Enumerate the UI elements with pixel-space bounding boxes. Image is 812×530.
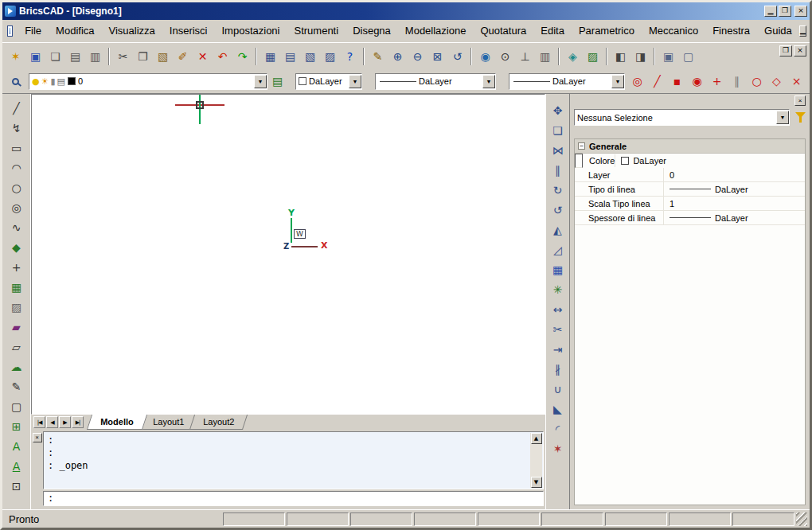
stretch-button[interactable]: ↔ [548, 299, 568, 319]
mtext-button[interactable]: A [6, 456, 26, 476]
tile-horizontal-button[interactable]: ◧ [611, 46, 630, 66]
dropdown-arrow-icon[interactable]: ▼ [776, 111, 789, 124]
help-button[interactable]: ? [340, 46, 360, 66]
snap-quadrant-button[interactable]: ◇ [767, 72, 787, 92]
color-combo[interactable]: DaLayer ▼ [295, 73, 362, 90]
status-cell-5[interactable] [478, 512, 540, 526]
layer-plot-icon[interactable]: ▤ [57, 77, 65, 86]
snap-intersection-button[interactable]: × [787, 72, 806, 92]
spline-button[interactable]: ∿ [6, 217, 26, 237]
paste-button[interactable]: ▧ [153, 46, 173, 66]
rotate-button[interactable]: ↻ [548, 180, 568, 200]
status-cell-6[interactable] [541, 512, 603, 526]
command-close-icon[interactable]: × [33, 433, 42, 442]
text-button[interactable]: A [6, 436, 26, 456]
web-button[interactable]: ◉ [475, 46, 495, 66]
status-cell-7[interactable] [605, 512, 667, 526]
dropdown-arrow-icon[interactable]: ▼ [482, 75, 495, 88]
view-3d-button[interactable]: ◈ [563, 46, 583, 66]
attributes-button[interactable]: ▧ [300, 46, 320, 66]
xref-button[interactable]: ▨ [320, 46, 340, 66]
mirror-3d-button[interactable]: ◭ [548, 220, 568, 240]
property-row-spessore-di-linea[interactable]: Spessore di linea DaLayer [575, 211, 805, 225]
publish-button[interactable]: ▥ [535, 46, 555, 66]
delete-button[interactable]: ✕ [193, 46, 213, 66]
layer-freeze-icon[interactable]: ☀ [41, 77, 49, 86]
cut-button[interactable]: ✂ [113, 46, 133, 66]
esnap-settings-button[interactable]: ◎ [627, 72, 647, 92]
ellipse-button[interactable]: ◎ [6, 197, 26, 217]
menu-edita[interactable]: Edita [533, 21, 572, 41]
insert-block-button[interactable]: ⊡ [6, 476, 26, 496]
last-tab-button[interactable]: ▶| [72, 416, 84, 428]
prev-tab-button[interactable]: ◀ [46, 416, 58, 428]
menu-finestra[interactable]: Finestra [705, 21, 757, 41]
snap-node-button[interactable]: + [707, 72, 727, 92]
status-cell-9[interactable] [732, 512, 794, 526]
linetype-combo[interactable]: DaLayer ▼ [375, 73, 496, 90]
hatch-button[interactable]: ▦ [6, 277, 26, 297]
snap-nearest-button[interactable]: ╱ [647, 72, 667, 92]
zoom-in-button[interactable]: ⊕ [388, 46, 408, 66]
copy-button[interactable]: ❐ [133, 46, 153, 66]
group-button[interactable]: ▣ [658, 46, 678, 66]
property-value[interactable]: 1 [664, 199, 805, 208]
menu-file[interactable]: File [18, 21, 49, 41]
maximize-button[interactable]: ❐ [779, 6, 791, 17]
trim-button[interactable]: ✂ [548, 319, 568, 339]
property-row-tipo-di-linea[interactable]: Tipo di linea DaLayer [575, 182, 805, 197]
save-button[interactable]: ▣ [25, 46, 45, 66]
polygon-button[interactable]: ◆ [6, 237, 26, 257]
move-button[interactable]: ✥ [548, 100, 568, 120]
snap-center-button[interactable]: ◉ [687, 72, 707, 92]
menu-strumenti[interactable]: Strumenti [287, 21, 345, 41]
menu-visualizza[interactable]: Visualizza [102, 21, 162, 41]
command-history[interactable]: ::: _open ▲ ▼ [43, 431, 544, 489]
drawing-explorer-button[interactable]: ▦ [260, 46, 280, 66]
scroll-up-icon[interactable]: ▲ [531, 433, 542, 444]
array-button[interactable]: ▦ [548, 259, 568, 279]
drawing-canvas[interactable]: Y W Z X [31, 94, 545, 415]
explore-layers-button[interactable] [6, 72, 25, 92]
rectangle-button[interactable]: ▭ [6, 138, 26, 158]
menu-meccanico[interactable]: Meccanico [642, 21, 705, 41]
collapse-icon[interactable]: − [578, 142, 585, 150]
new-button[interactable]: ✶ [6, 46, 25, 66]
status-cell-3[interactable] [350, 512, 412, 526]
print-preview-button[interactable]: ❏ [45, 46, 65, 66]
layer-on-icon[interactable]: ● [32, 77, 40, 86]
property-row-layer[interactable]: Layer 0 [575, 168, 805, 182]
table-button[interactable]: ⊞ [6, 416, 26, 436]
circle-button[interactable]: ○ [6, 177, 26, 197]
property-value[interactable]: DaLayer [664, 213, 805, 223]
menu-parametrico[interactable]: Parametrico [572, 21, 642, 41]
resize-grip[interactable] [796, 512, 807, 526]
mdi-restore-button[interactable]: ❐ [779, 45, 792, 57]
menu-impostazioni[interactable]: Impostazioni [215, 21, 287, 41]
wipeout-button[interactable]: ▢ [6, 396, 26, 416]
print-button[interactable]: ▤ [65, 46, 85, 66]
quick-select-filter-icon[interactable] [795, 112, 806, 123]
break-button[interactable]: ∦ [548, 359, 568, 379]
freehand-sketch-button[interactable]: ✎ [6, 376, 26, 396]
revision-cloud-button[interactable]: ☁ [6, 357, 26, 376]
arc-button[interactable]: ◠ [6, 158, 26, 177]
explode-button[interactable]: ✶ [548, 438, 568, 458]
status-cell-2[interactable] [287, 512, 349, 526]
command-scrollbar[interactable]: ▲ ▼ [530, 433, 542, 488]
mdi-close-button[interactable]: × [794, 45, 806, 57]
menu-disegna[interactable]: Disegna [345, 21, 398, 41]
line-button[interactable]: ╱ [6, 98, 26, 118]
render-button[interactable]: ▨ [583, 46, 603, 66]
dropdown-arrow-icon[interactable]: ▼ [254, 75, 267, 88]
tab-modello[interactable]: Modello [87, 415, 147, 430]
join-button[interactable]: ∪ [548, 379, 568, 399]
point-button[interactable]: + [6, 257, 26, 277]
zoom-window-button[interactable]: ⊠ [427, 46, 447, 66]
gradient-button[interactable]: ▨ [6, 297, 26, 317]
polyline-button[interactable]: ↯ [6, 118, 26, 138]
snap-tangent-button[interactable]: ○ [747, 72, 767, 92]
property-value[interactable]: 0 [664, 170, 805, 180]
menu-modellazione[interactable]: Modellazione [398, 21, 474, 41]
ungroup-button[interactable]: ▢ [678, 46, 698, 66]
